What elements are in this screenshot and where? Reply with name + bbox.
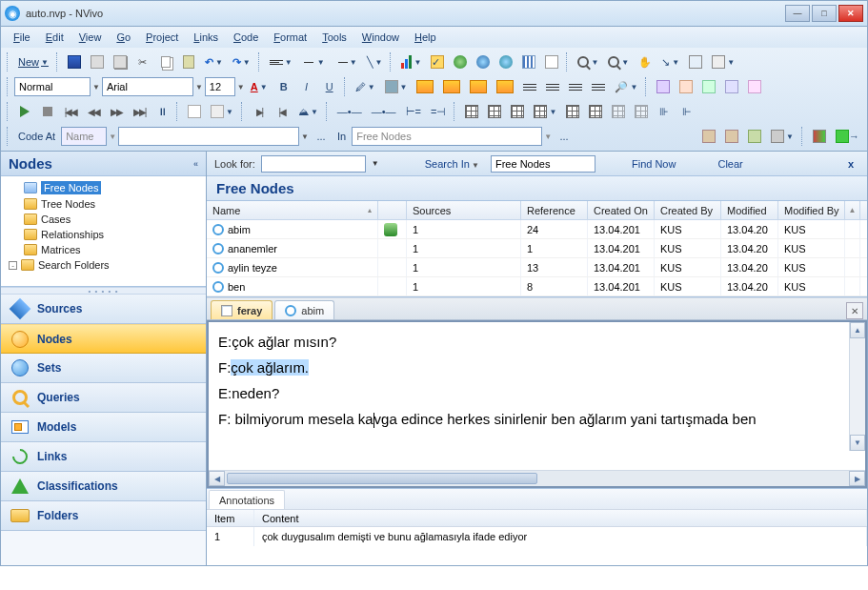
code-stripe-icon[interactable] [809,126,830,147]
play-icon[interactable] [14,101,35,122]
tree-item-free-nodes[interactable]: Free Nodes [7,179,200,196]
table-row[interactable]: ben1813.04.201KUS13.04.20KUS [207,277,867,296]
table-4-icon[interactable]: ▼ [530,101,560,122]
in-field[interactable] [352,127,542,146]
scope-input[interactable] [491,155,595,173]
menu-tools[interactable]: Tools [315,30,353,45]
expander-icon[interactable]: - [9,261,17,270]
nav-collapse-icon[interactable]: « [193,159,198,169]
zoom-in-icon[interactable]: ▼ [574,51,602,72]
clip-icon-2[interactable]: ▼ [207,101,237,122]
menu-code[interactable]: Code [227,30,265,45]
refresh-icon[interactable] [473,51,494,72]
col-header[interactable]: Reference [521,201,588,219]
code-action-2[interactable] [721,126,742,147]
vol-icon-2[interactable]: =⊣ [427,101,450,122]
scroll-down-icon[interactable]: ▼ [850,435,865,451]
prev-clip-icon[interactable]: ▶| [249,101,270,122]
code-icon-3[interactable] [698,76,719,97]
scroll-up-icon[interactable]: ▲ [850,322,865,338]
table-row[interactable]: ananemler1113.04.201KUS13.04.20KUS [207,239,867,258]
justify-full-icon[interactable] [493,76,517,97]
italic-icon[interactable]: I [296,76,317,97]
align-left-icon[interactable]: ▼ [266,51,296,72]
maximize-button[interactable]: □ [812,5,837,22]
nav-splitter[interactable]: • • • • • [1,287,206,295]
lookfor-input[interactable] [261,155,366,173]
codeat-dots-button[interactable]: ... [311,126,332,147]
table-row[interactable]: aylin teyze11313.04.201KUS13.04.20KUS [207,258,867,277]
table-2-icon[interactable] [484,101,505,122]
vertical-scrollbar[interactable]: ▲ ▼ [849,322,865,451]
menu-help[interactable]: Help [408,30,443,45]
nav-section-models[interactable]: Models [1,413,206,442]
close-button[interactable]: ✕ [838,5,863,22]
code-icon-1[interactable] [653,76,674,97]
bold-icon[interactable]: B [273,76,294,97]
menu-go[interactable]: Go [110,30,137,45]
rec-pause-icon[interactable]: ⏸ [151,101,172,122]
table-7-icon[interactable] [608,101,629,122]
arrow-tool-icon[interactable]: ↘▼ [657,51,683,72]
table-3-icon[interactable] [507,101,528,122]
slider-icon-1[interactable]: —•— [333,101,366,122]
font-size-combo[interactable] [205,77,235,96]
detail-tab-feray[interactable]: feray [211,300,273,319]
menu-view[interactable]: View [72,30,109,45]
justify-left-icon[interactable] [413,76,437,97]
minimize-button[interactable]: — [785,5,810,22]
code-arrow-icon[interactable]: → [832,126,863,147]
col-header[interactable]: Created On [588,201,655,219]
table-row[interactable]: abim12413.04.201KUS13.04.20KUS [207,220,867,239]
tree-item-search-folders[interactable]: -Search Folders [7,257,200,273]
scroll-left-icon[interactable]: ◀ [209,471,225,486]
menu-window[interactable]: Window [355,30,406,45]
zoom-fit-icon[interactable] [685,51,706,72]
checkbox-icon[interactable]: ✓ [427,51,448,72]
col-header[interactable]: Name ▴ [207,201,378,219]
scroll-thumb[interactable] [227,473,537,484]
outdent-icon[interactable] [519,76,540,97]
lookfor-close-button[interactable]: x [842,158,859,170]
paste-icon[interactable] [178,51,199,72]
nav-section-links[interactable]: Links [1,442,206,472]
number-list-icon[interactable] [588,76,609,97]
code-icon-4[interactable] [721,76,742,97]
slider-icon-2[interactable]: —•— [368,101,400,122]
in-dots-button[interactable]: ... [554,126,575,147]
vol-icon-1[interactable]: ⊢= [402,101,425,122]
nav-section-sets[interactable]: Sets [1,354,206,383]
align-center-icon[interactable]: ▼ [298,51,329,72]
tree-item-tree-nodes[interactable]: Tree Nodes [7,196,200,212]
doc-icon[interactable] [541,51,562,72]
code-icon-2[interactable] [676,76,696,97]
nav-section-queries[interactable]: Queries [1,383,206,413]
close-tab-button[interactable]: ✕ [846,302,863,319]
indent-icon[interactable] [542,76,563,97]
table-scroll-up[interactable]: ▲ [845,201,860,219]
font-combo[interactable] [102,77,193,96]
nav-section-sources[interactable]: Sources [1,295,206,324]
font-color-icon[interactable]: A▼ [247,76,272,97]
menu-format[interactable]: Format [267,30,313,45]
nav-section-classifications[interactable]: Classifications [1,472,206,501]
copy-icon[interactable] [155,51,176,72]
chart-icon[interactable]: ▼ [397,51,425,72]
speed-icon[interactable]: ⛰▼ [294,101,322,122]
menu-edit[interactable]: Edit [39,30,71,45]
save-icon[interactable] [64,51,85,72]
tree-item-matrices[interactable]: Matrices [7,242,200,257]
table-6-icon[interactable] [585,101,606,122]
code-action-1[interactable] [698,126,719,147]
columns-icon[interactable] [518,51,539,72]
fill-color-icon[interactable]: ▼ [381,76,412,97]
stop-icon[interactable] [37,101,58,122]
annotations-tab[interactable]: Annotations [209,490,285,509]
skip-end-icon[interactable]: ▶▶| [129,101,150,122]
annotation-row[interactable]: 1çok duygusalım demişti ve bunu ağlaması… [207,527,867,546]
codeat-value-field[interactable] [118,127,299,146]
clear-button[interactable]: Clear [712,158,748,170]
justify-right-icon[interactable] [466,76,491,97]
table-1-icon[interactable] [461,101,482,122]
menu-file[interactable]: File [7,30,37,45]
